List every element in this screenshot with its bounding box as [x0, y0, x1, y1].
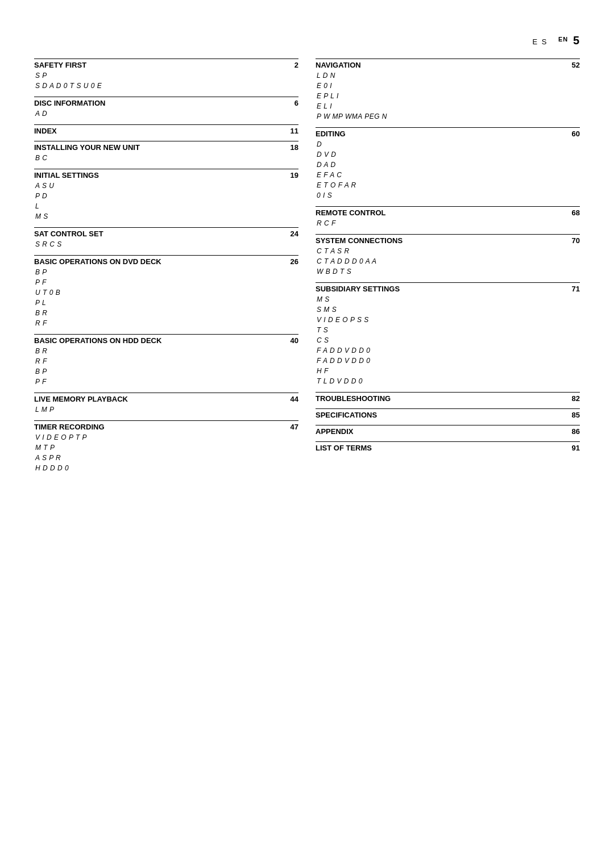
toc-section-title: BASIC OPERATIONS ON DVD DECK [34, 257, 161, 266]
toc-section-title: INITIAL SETTINGS [34, 171, 99, 180]
toc-section-header: BASIC OPERATIONS ON HDD DECK40 [34, 336, 298, 345]
toc-item: B P [34, 366, 298, 377]
toc-section: SAT CONTROL SET24S R C S [34, 227, 298, 249]
toc-section: EDITING60DD V DD A DE F A CE T O F A R0 … [316, 127, 580, 201]
toc-section-header: SAT CONTROL SET24 [34, 229, 298, 238]
toc-item: D A D [316, 160, 580, 170]
toc-item: F A D D V D D 0 [316, 345, 580, 356]
toc-section-header: INITIAL SETTINGS19 [34, 171, 298, 180]
toc-section-header: REMOTE CONTROL68 [316, 208, 580, 217]
toc-section-title: EDITING [316, 130, 346, 138]
toc-section-title: LIVE MEMORY PLAYBACK [34, 395, 128, 403]
toc-section-page: 18 [291, 143, 298, 152]
toc-item: L D N [316, 70, 580, 81]
toc-item: M T P [34, 443, 298, 453]
toc-section-header: NAVIGATION52 [316, 61, 580, 69]
toc-section: INDEX11 [34, 124, 298, 135]
toc-section: LIVE MEMORY PLAYBACK44L M P [34, 393, 298, 415]
toc-section: LIST OF TERMS91 [316, 441, 580, 452]
toc-section-page: 60 [572, 130, 580, 138]
toc-item: S D A D 0 T S U 0 E [34, 81, 298, 91]
toc-section: TIMER RECORDING47V I D E O P T PM T PA S… [34, 420, 298, 473]
toc-right-column: NAVIGATION52L D NE 0 IE P L IE L IP W MP… [316, 59, 580, 479]
en-label: EN [558, 36, 568, 43]
toc-item: M S [34, 211, 298, 222]
toc-section: NAVIGATION52L D NE 0 IE P L IE L IP W MP… [316, 59, 580, 122]
toc-item: H F [316, 366, 580, 376]
toc-item: P F [34, 377, 298, 387]
toc-item: S P [34, 70, 298, 81]
toc-item: 0 I S [316, 190, 580, 201]
toc-item: S M S [316, 304, 580, 315]
toc-section-header: SAFETY FIRST2 [34, 61, 298, 69]
toc-item: C S [316, 335, 580, 345]
toc-section-title: DISC INFORMATION [34, 99, 105, 107]
toc-item: B R [34, 308, 298, 318]
toc-container: SAFETY FIRST2S PS D A D 0 T S U 0 EDISC … [34, 59, 580, 479]
toc-item: C T A S R [316, 246, 580, 256]
toc-item: F A D D V D D 0 [316, 356, 580, 366]
toc-section-title: BASIC OPERATIONS ON HDD DECK [34, 336, 161, 345]
page-number: 5 [573, 34, 580, 47]
toc-section: INITIAL SETTINGS19A S UP DLM S [34, 169, 298, 222]
toc-section: TROUBLESHOOTING82 [316, 392, 580, 403]
toc-section-page: 24 [291, 229, 298, 238]
toc-item: E P L I [316, 91, 580, 101]
toc-item: D [316, 139, 580, 149]
toc-item: P F [34, 277, 298, 287]
toc-item: L M P [34, 404, 298, 415]
toc-item: E L I [316, 101, 580, 111]
toc-section-header: APPENDIX86 [316, 427, 580, 436]
toc-item: H D D D 0 [34, 463, 298, 473]
toc-section-header: EDITING60 [316, 130, 580, 138]
toc-left-column: SAFETY FIRST2S PS D A D 0 T S U 0 EDISC … [34, 59, 298, 479]
toc-section-page: 6 [294, 99, 298, 107]
toc-section-page: 86 [572, 427, 580, 436]
toc-item: V I D E O P T P [34, 432, 298, 443]
toc-section-page: 19 [291, 171, 298, 180]
page-header: E S EN 5 [34, 34, 580, 47]
toc-section-title: SPECIFICATIONS [316, 411, 377, 419]
toc-item: T L D V D D 0 [316, 376, 580, 386]
toc-item: T S [316, 325, 580, 335]
toc-section-header: INDEX11 [34, 127, 298, 135]
toc-item: P L [34, 298, 298, 308]
toc-section: INSTALLING YOUR NEW UNIT18B C [34, 141, 298, 163]
toc-section-header: INSTALLING YOUR NEW UNIT18 [34, 143, 298, 152]
toc-item: A S P R [34, 453, 298, 463]
toc-item: P D [34, 191, 298, 201]
toc-item: R F [34, 318, 298, 328]
toc-section-header: SPECIFICATIONS85 [316, 411, 580, 419]
toc-section: DISC INFORMATION6A D [34, 97, 298, 119]
toc-section-header: LIVE MEMORY PLAYBACK44 [34, 395, 298, 403]
toc-item: R C F [316, 218, 580, 228]
toc-section-title: SAFETY FIRST [34, 61, 86, 69]
toc-section-page: 26 [291, 257, 298, 266]
toc-section-title: LIST OF TERMS [316, 444, 372, 452]
toc-section-page: 44 [291, 395, 298, 403]
toc-section-header: BASIC OPERATIONS ON DVD DECK26 [34, 257, 298, 266]
toc-item: R F [34, 356, 298, 366]
toc-item: V I D E O P S S [316, 315, 580, 325]
toc-section-page: 2 [294, 61, 298, 69]
toc-section-title: SUBSIDIARY SETTINGS [316, 285, 400, 293]
toc-section-title: SYSTEM CONNECTIONS [316, 236, 403, 245]
toc-section: BASIC OPERATIONS ON HDD DECK40B RR FB PP… [34, 334, 298, 387]
language-indicator: E S [533, 37, 548, 46]
toc-section-header: SUBSIDIARY SETTINGS71 [316, 285, 580, 293]
toc-section-title: REMOTE CONTROL [316, 208, 386, 217]
toc-section: SUBSIDIARY SETTINGS71M SS M SV I D E O P… [316, 282, 580, 386]
toc-section-page: 85 [572, 411, 580, 419]
toc-item: B C [34, 153, 298, 163]
toc-item: E T O F A R [316, 180, 580, 190]
toc-item: A D [34, 108, 298, 119]
toc-section-title: TROUBLESHOOTING [316, 394, 391, 403]
toc-item: E F A C [316, 170, 580, 180]
toc-section-header: LIST OF TERMS91 [316, 444, 580, 452]
toc-section-page: 40 [291, 336, 298, 345]
toc-item: M S [316, 294, 580, 304]
toc-section-page: 68 [572, 208, 580, 217]
toc-section-title: APPENDIX [316, 427, 353, 436]
toc-item: B R [34, 346, 298, 356]
toc-section: SPECIFICATIONS85 [316, 408, 580, 419]
